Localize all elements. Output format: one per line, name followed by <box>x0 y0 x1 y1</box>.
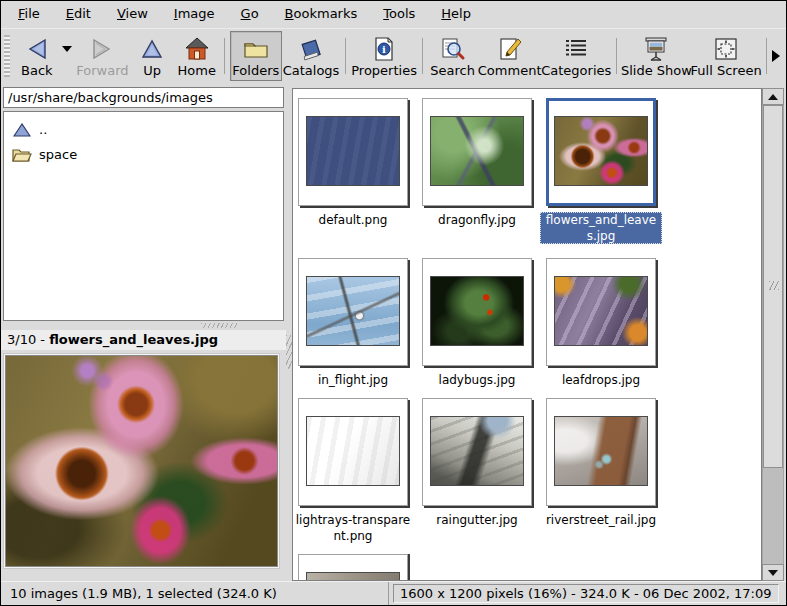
menu-view[interactable]: View <box>104 1 161 28</box>
thumbnail-frame-selected <box>546 98 656 206</box>
thumbnail-image <box>554 276 648 346</box>
back-label: Back <box>21 63 53 78</box>
thumbnail-label: default.png <box>292 212 414 228</box>
thumbnail-item-dragonfly-jpg[interactable]: dragonfly.jpg <box>422 98 532 258</box>
home-icon <box>184 35 210 63</box>
comment-label: Comment <box>478 63 542 78</box>
folder-item-space[interactable]: space <box>4 142 283 167</box>
up-arrow-icon <box>768 94 778 100</box>
folder-item-parent[interactable]: .. <box>4 117 283 142</box>
forward-button[interactable]: Forward <box>75 31 131 81</box>
open-folder-icon <box>12 147 32 163</box>
toolbar-separator <box>616 38 617 74</box>
thumbnail-item-default-png[interactable]: default.png <box>298 98 408 258</box>
toolbar-separator <box>422 38 423 74</box>
thumbnail-label: raingutter.jpg <box>416 512 538 528</box>
scroll-up-button[interactable] <box>762 88 784 105</box>
toolbar-drag-handle[interactable] <box>4 35 10 77</box>
toolbar-overflow-button[interactable] <box>761 38 780 74</box>
thumbnail-item-partial[interactable] <box>298 554 408 581</box>
categories-label: Categories <box>541 63 611 78</box>
thumbnail-image <box>306 116 400 186</box>
menu-help[interactable]: Help <box>428 1 484 28</box>
slide-show-button[interactable]: Slide Show <box>622 31 692 81</box>
catalogs-button[interactable]: Catalogs <box>282 31 341 81</box>
thumbnail-row: default.png dragonfly.jpg flowers_and_le… <box>298 98 761 258</box>
thumbnail-label: in_flight.jpg <box>292 372 414 388</box>
scrollbar-thumb[interactable] <box>763 105 783 468</box>
menu-image[interactable]: Image <box>161 1 228 28</box>
status-image-count: 10 images (1.9 MB), 1 selected (324.0 K) <box>1 582 389 605</box>
thumbnail-item-riverstreet-rail-jpg[interactable]: riverstreet_rail.jpg <box>546 398 656 553</box>
comment-button[interactable]: Comment <box>478 31 542 81</box>
location-path-input[interactable] <box>3 87 284 108</box>
thumbnail-item-leafdrops-jpg[interactable]: leafdrops.jpg <box>546 258 656 398</box>
menu-edit[interactable]: Edit <box>53 1 104 28</box>
folder-item-label: .. <box>39 122 47 137</box>
properties-button[interactable]: i Properties <box>351 31 417 81</box>
back-icon <box>24 35 50 63</box>
thumbnail-item-raingutter-jpg[interactable]: raingutter.jpg <box>422 398 532 553</box>
status-image-details: 1600 x 1200 pixels (16%) - 324.0 K - 06 … <box>393 584 779 603</box>
home-button[interactable]: Home <box>174 31 219 81</box>
menu-bookmarks[interactable]: Bookmarks <box>272 1 371 28</box>
thumbnail-item-in-flight-jpg[interactable]: in_flight.jpg <box>298 258 408 398</box>
thumbnail-row: in_flight.jpg ladybugs.jpg leafdrops.jpg <box>298 258 761 398</box>
book-icon <box>298 35 324 63</box>
thumbnail-item-lightrays-transparent-png[interactable]: lightrays-transparent.png <box>298 398 408 553</box>
toolbar-separator <box>766 38 767 74</box>
menu-file[interactable]: File <box>5 1 53 28</box>
thumbnail-image <box>306 416 400 486</box>
down-arrow-icon <box>768 570 778 576</box>
document-info-icon: i <box>372 35 396 63</box>
thumbnail-frame <box>298 398 408 506</box>
search-label: Search <box>430 63 475 78</box>
search-button[interactable]: Search <box>428 31 478 81</box>
thumbnail-label: ladybugs.jpg <box>416 372 538 388</box>
back-history-dropdown-icon[interactable] <box>62 46 72 52</box>
thumbnail-image <box>306 276 400 346</box>
thumbnail-frame <box>422 98 532 206</box>
thumbnail-row: lightrays-transparent.png raingutter.jpg… <box>298 398 761 553</box>
thumbnail-label: leafdrops.jpg <box>540 372 662 388</box>
thumbnail-frame <box>546 258 656 366</box>
thumbnail-image <box>430 116 524 186</box>
forward-label: Forward <box>76 63 128 78</box>
fullscreen-icon <box>713 35 739 63</box>
thumbnail-image <box>554 116 648 186</box>
thumbnail-image <box>306 572 400 581</box>
folders-button[interactable]: Folders <box>230 31 282 81</box>
home-label: Home <box>178 63 216 78</box>
folder-tree: .. space <box>3 111 284 321</box>
scrollbar-track[interactable] <box>762 105 784 564</box>
full-screen-button[interactable]: Full Screen <box>691 31 761 81</box>
thumbnail-label: dragonfly.jpg <box>416 212 538 228</box>
up-button[interactable]: Up <box>130 31 174 81</box>
thumbnail-frame <box>422 258 532 366</box>
thumbnail-item-ladybugs-jpg[interactable]: ladybugs.jpg <box>422 258 532 398</box>
scroll-down-button[interactable] <box>762 564 784 581</box>
thumbnail-frame <box>298 258 408 366</box>
menu-bar: File Edit View Image Go Bookmarks Tools … <box>1 1 786 28</box>
horizontal-splitter-handle[interactable] <box>1 321 286 330</box>
thumbnail-item-flowers-and-leaves-jpg-selected[interactable]: flowers_and_leaves.jpg <box>546 98 656 258</box>
thumbnail-frame <box>298 554 408 581</box>
thumbnail-frame <box>546 398 656 506</box>
thumbnail-grid: default.png dragonfly.jpg flowers_and_le… <box>292 88 762 581</box>
categories-button[interactable]: Categories <box>542 31 611 81</box>
toolbar-separator <box>224 38 225 74</box>
full-screen-label: Full Screen <box>691 63 762 78</box>
gthumb-window: File Edit View Image Go Bookmarks Tools … <box>0 0 787 606</box>
menu-tools[interactable]: Tools <box>370 1 428 28</box>
thumbnail-label: riverstreet_rail.jpg <box>540 512 662 528</box>
folders-label: Folders <box>232 63 279 78</box>
thumbnail-image <box>430 276 524 346</box>
image-info-bar: 3/10 - flowers_and_leaves.jpg <box>1 330 286 350</box>
list-icon <box>564 35 588 63</box>
back-button[interactable]: Back <box>13 31 61 81</box>
vertical-scrollbar <box>762 88 784 581</box>
menu-go[interactable]: Go <box>228 1 272 28</box>
toolbar-separator <box>345 38 346 74</box>
image-preview-panel <box>3 353 280 569</box>
thumbnail-frame <box>422 398 532 506</box>
